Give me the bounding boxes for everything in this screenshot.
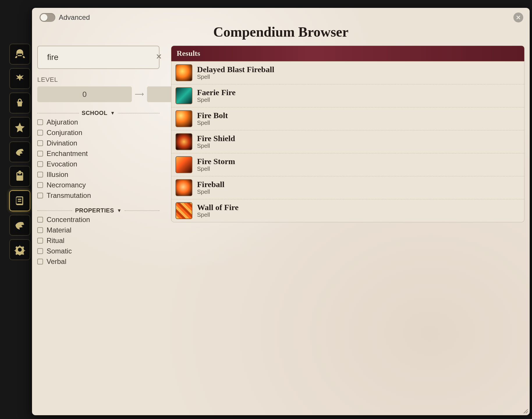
toggle-track[interactable] (40, 13, 55, 22)
property-check-concentration[interactable]: Concentration (37, 216, 159, 224)
result-row[interactable]: Delayed Blast FireballSpell (171, 61, 524, 84)
filters-panel: LEVEL ⟶ SCHOOL ▼ AbjurationConjurationDi… (37, 46, 159, 410)
result-type: Spell (197, 166, 235, 172)
sidebar-btn-dragon-head[interactable] (9, 141, 30, 162)
x-icon (155, 53, 162, 60)
result-name: Fireball (197, 180, 224, 189)
fireball2-icon (175, 179, 192, 196)
results-list: Delayed Blast FireballSpellFaerie FireSp… (171, 61, 524, 222)
book-icon (14, 195, 26, 207)
wings-icon (14, 73, 26, 84)
search-wrap (37, 46, 159, 69)
check-label: Verbal (47, 258, 66, 266)
close-icon (515, 15, 521, 20)
backpack-icon (14, 171, 26, 182)
checkbox-icon (37, 119, 43, 125)
sidebar-btn-star[interactable] (9, 117, 30, 138)
result-name: Delayed Blast Fireball (197, 65, 274, 74)
range-icon: ⟶ (135, 90, 144, 98)
school-section-header[interactable]: SCHOOL ▼ (37, 110, 159, 116)
clear-search-button[interactable] (155, 53, 162, 62)
level-min-input[interactable] (37, 86, 132, 102)
sidebar-btn-helm[interactable] (9, 44, 30, 65)
school-check-illusion[interactable]: Illusion (37, 171, 159, 179)
sidebar-btn-backpack[interactable] (9, 166, 30, 187)
school-check-abjuration[interactable]: Abjuration (37, 118, 159, 126)
result-row[interactable]: Fire StormSpell (171, 153, 524, 176)
level-label: LEVEL (37, 76, 159, 84)
sidebar-btn-dragon[interactable] (9, 215, 30, 236)
bolt-icon (175, 110, 192, 127)
checkbox-icon (37, 140, 43, 146)
property-check-verbal[interactable]: Verbal (37, 258, 159, 266)
check-label: Enchantment (47, 150, 88, 158)
school-check-divination[interactable]: Divination (37, 139, 159, 147)
school-check-transmutation[interactable]: Transmutation (37, 191, 159, 200)
fireball-icon (175, 64, 192, 81)
sidebar-btn-wheel[interactable] (9, 239, 30, 260)
check-label: Material (47, 226, 71, 234)
result-row[interactable]: Fire ShieldSpell (171, 130, 524, 153)
advanced-toggle[interactable]: Advanced (40, 13, 90, 22)
check-label: Evocation (47, 160, 77, 168)
checkbox-icon (37, 151, 43, 157)
shield-icon (175, 133, 192, 150)
sidebar-btn-warrior[interactable] (9, 93, 30, 113)
compendium-window: Advanced Compendium Browser LEVEL ⟶ (32, 8, 530, 415)
school-check-necromancy[interactable]: Necromancy (37, 181, 159, 189)
check-label: Illusion (47, 171, 68, 179)
property-check-ritual[interactable]: Ritual (37, 237, 159, 245)
check-label: Ritual (47, 237, 64, 245)
school-check-conjuration[interactable]: Conjuration (37, 129, 159, 137)
checkbox-icon (37, 217, 43, 223)
checkbox-icon (37, 227, 43, 233)
level-range: ⟶ (37, 86, 159, 102)
check-label: Transmutation (47, 191, 91, 200)
school-checklist: AbjurationConjurationDivinationEnchantme… (37, 118, 159, 200)
result-name: Fire Shield (197, 134, 235, 143)
sidebar-btn-wings[interactable] (9, 68, 30, 89)
advanced-label: Advanced (59, 13, 90, 22)
sparkles-icon (175, 87, 192, 104)
star-icon (14, 122, 26, 133)
resize-handle[interactable] (520, 406, 529, 414)
check-label: Somatic (47, 247, 72, 255)
result-name: Faerie Fire (197, 88, 235, 97)
result-row[interactable]: FireballSpell (171, 176, 524, 199)
property-check-material[interactable]: Material (37, 226, 159, 234)
result-type: Spell (197, 212, 239, 218)
result-row[interactable]: Fire BoltSpell (171, 107, 524, 130)
checkbox-icon (37, 161, 43, 167)
result-type: Spell (197, 120, 228, 126)
page-title: Compendium Browser (37, 24, 524, 40)
result-type: Spell (197, 74, 274, 80)
result-name: Wall of Fire (197, 203, 239, 212)
check-label: Conjuration (47, 129, 82, 137)
meteor-icon (175, 156, 192, 173)
window-header: Advanced Compendium Browser (37, 8, 524, 46)
close-button[interactable] (513, 13, 523, 22)
check-label: Concentration (47, 216, 90, 224)
properties-section-header[interactable]: PROPERTIES ▼ (37, 207, 159, 214)
checkbox-icon (37, 172, 43, 177)
results-title: Results (177, 49, 200, 58)
sidebar-btn-book[interactable] (9, 190, 30, 211)
school-check-enchantment[interactable]: Enchantment (37, 150, 159, 158)
result-row[interactable]: Faerie FireSpell (171, 84, 524, 107)
wheel-icon (14, 244, 26, 255)
properties-title: PROPERTIES (75, 207, 114, 214)
result-type: Spell (197, 189, 224, 195)
result-row[interactable]: Wall of FireSpell (171, 199, 524, 222)
checkbox-icon (37, 130, 43, 136)
property-check-somatic[interactable]: Somatic (37, 247, 159, 255)
caret-down-icon: ▼ (110, 111, 115, 116)
checkbox-icon (37, 259, 43, 264)
results-header: Results (171, 46, 524, 61)
school-check-evocation[interactable]: Evocation (37, 160, 159, 168)
checkbox-icon (37, 248, 43, 254)
app-sidebar (9, 44, 30, 260)
result-type: Spell (197, 143, 235, 149)
result-type: Spell (197, 97, 235, 103)
search-input[interactable] (47, 53, 151, 62)
dragon-icon (14, 219, 26, 231)
